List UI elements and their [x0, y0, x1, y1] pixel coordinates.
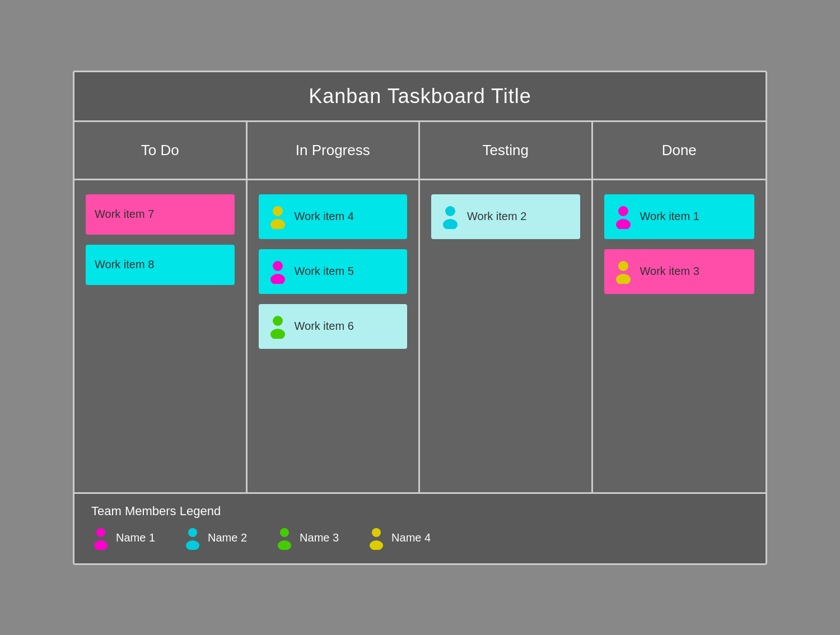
legend-item-name4: Name 4	[367, 526, 431, 550]
legend-title: Team Members Legend	[91, 504, 749, 519]
card-label: Work item 3	[640, 265, 699, 278]
board-title-row: Kanban Taskboard Title	[74, 72, 766, 122]
legend-item-name1: Name 1	[91, 526, 155, 550]
column-header-todo: To Do	[74, 122, 248, 179]
card-label: Work item 7	[95, 208, 154, 221]
column-testing: Work item 2	[420, 180, 593, 492]
assignee-icon-magenta	[268, 259, 288, 284]
legend-label-name3: Name 3	[300, 531, 339, 544]
legend-section: Team Members Legend Name 1 Name 2	[74, 494, 766, 563]
svg-point-19	[370, 540, 383, 550]
card-item5[interactable]: Work item 5	[259, 249, 408, 294]
svg-point-17	[278, 540, 291, 550]
legend-icon-cyan	[183, 526, 202, 550]
card-label: Work item 8	[95, 258, 154, 271]
svg-point-11	[616, 274, 631, 284]
board-title: Kanban Taskboard Title	[86, 85, 754, 108]
card-item3[interactable]: Work item 3	[604, 249, 755, 294]
svg-point-18	[372, 528, 381, 537]
svg-point-16	[280, 528, 289, 537]
assignee-icon-magenta2	[613, 204, 633, 229]
assignee-icon-green	[268, 314, 288, 339]
column-todo: Work item 7 Work item 8	[74, 180, 248, 492]
card-item1[interactable]: Work item 1	[604, 194, 755, 239]
card-item8[interactable]: Work item 8	[86, 245, 235, 285]
column-header-done: Done	[593, 122, 766, 179]
svg-point-5	[270, 329, 285, 339]
card-item2[interactable]: Work item 2	[431, 194, 580, 239]
legend-label-name1: Name 1	[116, 531, 155, 544]
columns-header: To Do In Progress Testing Done	[74, 122, 766, 180]
legend-items: Name 1 Name 2 Name 3	[91, 526, 749, 550]
card-label: Work item 6	[295, 320, 354, 333]
kanban-board: Kanban Taskboard Title To Do In Progress…	[73, 71, 767, 565]
columns-body: Work item 7 Work item 8 Work item 4 Wo	[74, 180, 766, 494]
svg-point-4	[273, 316, 283, 326]
column-inprogress: Work item 4 Work item 5 Work item 6	[248, 180, 421, 492]
svg-point-14	[188, 528, 197, 537]
svg-point-10	[618, 261, 628, 271]
card-label: Work item 1	[640, 210, 699, 223]
legend-icon-yellow	[367, 526, 386, 550]
legend-item-name2: Name 2	[183, 526, 247, 550]
svg-point-13	[94, 540, 108, 550]
legend-icon-green	[275, 526, 294, 550]
card-label: Work item 4	[295, 210, 354, 223]
card-item4[interactable]: Work item 4	[259, 194, 408, 239]
svg-point-9	[616, 219, 631, 229]
legend-icon-magenta	[91, 526, 110, 550]
svg-point-7	[443, 219, 458, 229]
svg-point-12	[96, 528, 105, 537]
card-label: Work item 2	[467, 210, 526, 223]
column-header-inprogress: In Progress	[248, 122, 421, 179]
svg-point-8	[618, 206, 628, 216]
svg-point-15	[186, 540, 199, 550]
assignee-icon-cyan	[440, 204, 460, 229]
column-done: Work item 1 Work item 3	[593, 180, 766, 492]
svg-point-0	[273, 206, 283, 216]
assignee-icon-yellow	[268, 204, 288, 229]
card-item7[interactable]: Work item 7	[86, 194, 235, 235]
svg-point-2	[273, 261, 283, 271]
legend-label-name2: Name 2	[208, 531, 247, 544]
assignee-icon-yellow2	[613, 259, 633, 284]
column-header-testing: Testing	[420, 122, 593, 179]
card-item6[interactable]: Work item 6	[259, 304, 408, 349]
legend-item-name3: Name 3	[275, 526, 339, 550]
svg-point-6	[445, 206, 455, 216]
legend-label-name4: Name 4	[391, 531, 431, 544]
card-label: Work item 5	[295, 265, 354, 278]
svg-point-3	[270, 274, 285, 284]
svg-point-1	[270, 219, 285, 229]
